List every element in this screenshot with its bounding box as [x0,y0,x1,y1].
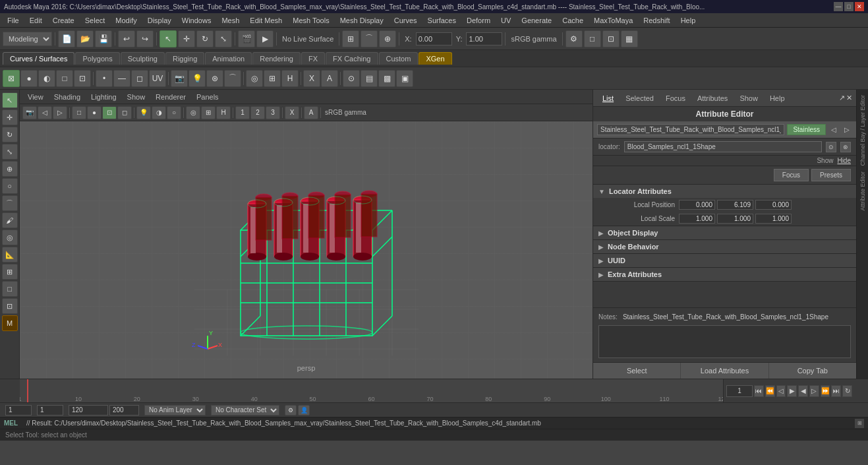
timeline-playhead[interactable] [27,379,28,402]
workspace-tab-2[interactable]: Sculpting [121,52,165,65]
measure-icon[interactable]: 📐 [2,247,18,263]
select-button[interactable]: Select [593,363,681,379]
uuid-header[interactable]: ▶ UUID [593,254,856,267]
viewport-lighting-menu[interactable]: Lighting [87,92,121,102]
resolution-button[interactable]: □ [584,30,601,47]
local-pos-x[interactable] [679,200,715,210]
workspace-tab-7[interactable]: FX Caching [326,52,378,65]
wireframe-on-shade-button[interactable]: ⊡ [74,70,91,87]
menubar-item-mesh[interactable]: Mesh [217,15,244,26]
isolate-select-button[interactable]: ◎ [246,70,263,87]
local-pos-y[interactable] [717,200,753,210]
timeline-ruler[interactable]: 1102030405060708090100110120 [20,379,723,402]
status-icon-1[interactable]: ⚙ [285,405,297,416]
aa-button[interactable]: A [321,70,338,87]
attr-tab-focus[interactable]: Focus [660,93,691,104]
mode-selector[interactable]: Modeling [3,32,52,46]
menubar-item-create[interactable]: Create [48,15,79,26]
display-settings-button[interactable]: ⚙ [565,30,583,47]
menubar-item-mesh-tools[interactable]: Mesh Tools [288,15,333,26]
wireframe-btn[interactable]: □ [72,106,86,119]
focus-button[interactable]: Focus [774,169,809,181]
grid-toggle-btn[interactable]: ⊞ [201,106,216,119]
menubar-item-cache[interactable]: Cache [558,15,588,26]
local-scale-y[interactable] [717,214,753,224]
locator-attributes-header[interactable]: ▼ Locator Attributes [593,185,856,198]
viewport-panels-menu[interactable]: Panels [192,92,223,102]
single-view-button[interactable]: ▣ [396,70,413,87]
attr-tab-show[interactable]: Show [734,93,763,104]
uv-button[interactable]: UV [149,70,166,87]
viewport-shading-menu[interactable]: Shading [50,92,84,102]
tl-skip-start-button[interactable]: ⏮ [754,385,764,397]
tl-loop-button[interactable]: ↻ [842,385,852,397]
workspace-tab-8[interactable]: Custom [379,52,419,65]
isolate-btn[interactable]: ◎ [186,106,200,119]
render-button[interactable]: 🎬 [238,30,255,47]
char-set-select[interactable]: No Character Set [211,405,279,416]
tl-prev-frame-button[interactable]: ◁ [776,385,786,397]
status-frame-range-end[interactable] [69,405,108,416]
menubar-item-edit-mesh[interactable]: Edit Mesh [245,15,287,26]
soft-select-icon[interactable]: ○ [2,178,18,194]
presets-button[interactable]: Presets [811,169,851,181]
tl-next-frame-button[interactable]: ▷ [809,385,819,397]
locator-icon-2[interactable]: ⊛ [840,142,851,152]
attr-float-button[interactable]: ↗ [839,94,845,102]
attr-tab-attributes[interactable]: Attributes [692,93,733,104]
cam-select-btn[interactable]: 📷 [22,106,37,119]
quality3-btn[interactable]: 3 [266,106,280,119]
close-button[interactable]: ✕ [855,2,864,11]
maximize-button[interactable]: □ [844,2,854,11]
panel-layout-button[interactable]: ▤ [361,70,378,87]
node-behavior-header[interactable]: ▶ Node Behavior [593,240,856,253]
extra-attributes-header[interactable]: ▶ Extra Attributes [593,268,856,281]
attr-tab-help[interactable]: Help [765,93,790,104]
face-button[interactable]: ◻ [131,70,148,87]
wire-shade-btn[interactable]: ⊡ [102,106,117,119]
tl-play-button[interactable]: ▶ [787,385,797,397]
quality1-btn[interactable]: 1 [235,106,250,119]
maya-logo-icon[interactable]: M [2,315,18,331]
lighting-btn[interactable]: 💡 [136,106,151,119]
save-button[interactable]: 💾 [95,30,112,47]
workspace-tab-4[interactable]: Animation [205,52,252,65]
panel-settings-button[interactable]: ▦ [621,30,638,47]
workspace-tab-0[interactable]: Curves / Surfaces [3,52,74,65]
menubar-item-help[interactable]: Help [676,15,701,26]
status-frame-current[interactable] [37,405,63,416]
aa-toggle-btn[interactable]: A [304,106,318,119]
attr-tab-selected[interactable]: Selected [620,93,659,104]
rotate-tool-button[interactable]: ↻ [196,30,214,47]
frame-all-button[interactable]: ⊡ [602,30,620,47]
menubar-item-redshift[interactable]: Redshift [639,15,674,26]
attr-node-name-field[interactable] [597,124,784,135]
undo-button[interactable]: ↩ [118,30,135,47]
smooth-shade-button[interactable]: ● [20,70,38,87]
camera-ortho-icon[interactable]: □ [2,281,18,297]
menubar-item-generate[interactable]: Generate [517,15,556,26]
status-frame-start[interactable] [5,405,32,416]
menubar-item-curves[interactable]: Curves [390,15,422,26]
viewport-show-menu[interactable]: Show [123,92,150,102]
select-tool-button[interactable]: ↖ [159,30,177,47]
attr-close-button[interactable]: ✕ [846,94,852,102]
attribute-editor-label[interactable]: Attribute Editor [859,169,866,214]
camera-button[interactable]: 📷 [171,70,188,87]
xray-toggle-btn[interactable]: X [285,106,299,119]
sculpt-icon[interactable]: ◎ [2,230,18,245]
select-tool-icon[interactable]: ↖ [2,92,18,108]
object-display-header[interactable]: ▶ Object Display [593,226,856,239]
channel-box-label[interactable]: Channel Bay / Layer Editor [859,92,866,169]
stainless-button[interactable]: Stainless [787,124,826,135]
viewport-renderer-menu[interactable]: Renderer [152,92,190,102]
vertex-button[interactable]: • [96,70,113,87]
scale-tool-icon[interactable]: ⤡ [2,144,18,160]
xray-button[interactable]: X [303,70,320,87]
load-attributes-button[interactable]: Load Attributes [681,363,768,379]
snap-to-icon[interactable]: ⊡ [2,298,18,314]
notes-textarea[interactable] [598,325,851,358]
curve-button[interactable]: ⌒ [224,70,241,87]
menubar-item-uv[interactable]: UV [496,15,515,26]
four-view-button[interactable]: ▩ [378,70,395,87]
